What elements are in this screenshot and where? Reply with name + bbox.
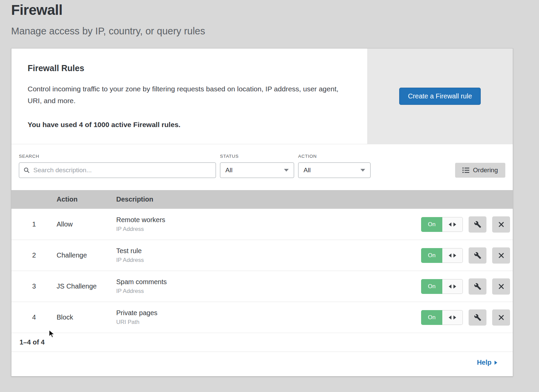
- card-heading: Firewall Rules: [28, 63, 351, 73]
- page-subtitle: Manage access by IP, country, or query r…: [11, 26, 205, 37]
- rule-action: Allow: [57, 220, 116, 228]
- rule-number: 1: [11, 220, 57, 228]
- wrench-icon: [474, 252, 481, 259]
- wrench-icon: [474, 283, 481, 290]
- rule-match-type: IP Address: [116, 257, 421, 264]
- column-action: Action: [57, 195, 116, 203]
- toggle-on-label[interactable]: On: [421, 279, 442, 294]
- search-icon: [24, 167, 30, 173]
- ordering-button[interactable]: Ordering: [455, 163, 505, 178]
- close-icon: [498, 252, 505, 259]
- status-filter-group: STATUS All: [220, 154, 294, 178]
- card-description: Control incoming traffic to your zone by…: [28, 83, 351, 107]
- help-link-label: Help: [477, 359, 492, 366]
- chevron-down-icon: [284, 169, 289, 172]
- rule-description-cell: Remote workers IP Address: [116, 216, 421, 233]
- rule-match-type: IP Address: [116, 226, 421, 233]
- edit-rule-button[interactable]: [469, 216, 486, 233]
- toggle-arrows-icon[interactable]: [442, 310, 463, 325]
- toggle-arrows-icon[interactable]: [442, 248, 463, 263]
- toggle-on-label[interactable]: On: [421, 310, 442, 325]
- rule-description: Test rule: [116, 247, 421, 255]
- rule-number: 3: [11, 282, 57, 290]
- delete-rule-button[interactable]: [492, 278, 510, 295]
- rule-description: Remote workers: [116, 216, 421, 224]
- table-row: 3 JS Challenge Spam comments IP Address …: [11, 271, 513, 302]
- rule-action: Block: [57, 313, 116, 321]
- rule-controls: On: [421, 216, 513, 233]
- delete-rule-button[interactable]: [492, 216, 510, 233]
- rule-match-type: IP Address: [116, 288, 421, 295]
- close-icon: [498, 314, 505, 321]
- firewall-rules-card: Firewall Rules Control incoming traffic …: [11, 48, 513, 376]
- page-header: Firewall Manage access by IP, country, o…: [11, 2, 205, 37]
- action-filter-group: ACTION All: [298, 154, 371, 178]
- rule-toggle[interactable]: On: [421, 248, 463, 263]
- search-input[interactable]: [33, 166, 211, 174]
- rule-controls: On: [421, 278, 513, 295]
- status-select[interactable]: All: [220, 162, 294, 178]
- pagination-summary: 1–4 of 4: [20, 338, 44, 346]
- filter-bar: SEARCH STATUS All ACTION All: [11, 144, 513, 190]
- rule-description-cell: Spam comments IP Address: [116, 278, 421, 295]
- rule-toggle[interactable]: On: [421, 310, 463, 325]
- wrench-icon: [474, 221, 481, 228]
- card-usage-count: You have used 4 of 1000 active Firewall …: [28, 121, 351, 129]
- edit-rule-button[interactable]: [469, 247, 486, 264]
- rule-description-cell: Private pages URI Path: [116, 309, 421, 326]
- table-row: 1 Allow Remote workers IP Address On: [11, 209, 513, 240]
- chevron-down-icon: [360, 169, 365, 172]
- wrench-icon: [474, 314, 481, 321]
- card-action-panel: Create a Firewall rule: [367, 49, 513, 144]
- action-select-value: All: [304, 167, 311, 174]
- rule-action: JS Challenge: [57, 282, 116, 290]
- toggle-on-label[interactable]: On: [421, 248, 442, 263]
- edit-rule-button[interactable]: [469, 278, 486, 295]
- chevron-right-icon: [495, 361, 497, 365]
- search-box[interactable]: [19, 162, 216, 178]
- delete-rule-button[interactable]: [492, 247, 510, 264]
- edit-rule-button[interactable]: [469, 309, 486, 326]
- help-row: Help: [11, 352, 513, 373]
- column-description: Description: [116, 195, 513, 203]
- toggle-arrows-icon[interactable]: [442, 217, 463, 232]
- rule-description: Spam comments: [116, 278, 421, 286]
- rule-toggle[interactable]: On: [421, 217, 463, 232]
- ordering-button-label: Ordering: [473, 167, 498, 174]
- rule-match-type: URI Path: [116, 319, 421, 326]
- rule-action: Challenge: [57, 251, 116, 259]
- rule-number: 4: [11, 313, 57, 321]
- create-firewall-rule-button[interactable]: Create a Firewall rule: [399, 88, 481, 105]
- status-select-value: All: [225, 167, 232, 174]
- card-intro-text: Firewall Rules Control incoming traffic …: [11, 49, 367, 144]
- help-link[interactable]: Help: [477, 359, 497, 366]
- toggle-on-label[interactable]: On: [421, 217, 442, 232]
- rule-description: Private pages: [116, 309, 421, 317]
- rule-controls: On: [421, 247, 513, 264]
- search-filter-group: SEARCH: [19, 154, 216, 178]
- rule-toggle[interactable]: On: [421, 279, 463, 294]
- close-icon: [498, 221, 505, 228]
- rule-controls: On: [421, 309, 513, 326]
- ordered-list-icon: [463, 167, 469, 173]
- search-label: SEARCH: [19, 154, 216, 159]
- toggle-arrows-icon[interactable]: [442, 279, 463, 294]
- page-title: Firewall: [11, 2, 205, 18]
- card-intro-section: Firewall Rules Control incoming traffic …: [11, 49, 513, 144]
- action-select[interactable]: All: [298, 162, 371, 178]
- rule-description-cell: Test rule IP Address: [116, 247, 421, 264]
- status-label: STATUS: [220, 154, 294, 159]
- table-header: Action Description: [11, 190, 513, 209]
- action-label: ACTION: [298, 154, 371, 159]
- table-row: 4 Block Private pages URI Path On: [11, 302, 513, 333]
- table-row: 2 Challenge Test rule IP Address On: [11, 240, 513, 271]
- close-icon: [498, 283, 505, 290]
- delete-rule-button[interactable]: [492, 309, 510, 326]
- pagination-row: 1–4 of 4: [11, 333, 513, 352]
- rule-number: 2: [11, 251, 57, 259]
